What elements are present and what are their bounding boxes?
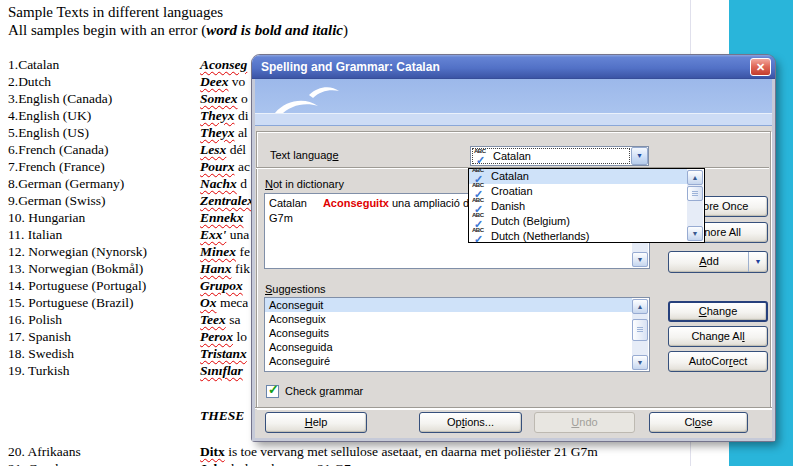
language-label: 4.English (UK) [8, 108, 91, 123]
error-word: Ditx [200, 444, 225, 459]
language-label: 11. Italian [8, 227, 62, 242]
sample-text: Teex sa [200, 312, 240, 328]
doc-heading-2-bold: word is bold and italic [206, 22, 343, 38]
close-icon: ✕ [756, 61, 765, 73]
sample-text: Hanx fik [200, 261, 250, 277]
scroll-down-icon[interactable]: ▼ [687, 226, 703, 241]
sample-text: Zentralex [200, 193, 254, 209]
language-label: 15. Portuguese (Brazil) [8, 295, 134, 310]
language-label: 10. Hungarian [8, 210, 85, 225]
autocorrect-button[interactable]: AutoCorrect [668, 351, 768, 372]
scroll-up-icon[interactable]: ▲ [687, 170, 703, 185]
error-word: Teex [200, 312, 226, 327]
error-word: Theyx [200, 125, 235, 140]
language-dropdown-list[interactable]: ABC✓CatalanABC✓CroatianABC✓DanishABC✓Dut… [468, 168, 705, 243]
language-option-label: Danish [491, 200, 525, 212]
change-all-button[interactable]: Change All [668, 326, 768, 347]
sample-text: Ditx is toe vervang met sellulose asetaa… [200, 444, 598, 460]
sample-rest: meca [217, 295, 249, 310]
sample-text: Grupox [200, 278, 243, 294]
options-button[interactable]: Options... [419, 412, 522, 433]
language-label: 7.French (France) [8, 159, 105, 174]
scroll-down-icon[interactable]: ▼ [632, 252, 648, 267]
language-label: 12. Norwegian (Nynorsk) [8, 244, 147, 259]
suggestion-item[interactable]: Aconseguirà [265, 368, 632, 372]
error-word: Sınıflar [200, 363, 243, 378]
language-option[interactable]: ABC✓Dutch (Belgium) [469, 214, 687, 229]
screen: Sample Texts in different languages All … [0, 0, 793, 466]
language-label: 1.Catalan [8, 57, 59, 72]
sample-text: Jakx bylo nahrazeno 21 G7m [200, 461, 361, 466]
sample-rest: fik [232, 261, 250, 276]
sample-text: Lesx dél [200, 142, 246, 158]
dropdown-scrollbar[interactable]: ▲ ▼ [687, 170, 703, 241]
suggestion-item[interactable]: Aconseguida [265, 340, 632, 354]
sample-rest: di [235, 108, 249, 123]
sentence-line2: G7m [269, 212, 293, 224]
combobox-value-area: ABC ✓ Catalan [472, 148, 630, 164]
sample-text: Minex fe [200, 244, 250, 260]
sample-rest: al [235, 125, 248, 140]
combobox-dropdown-button[interactable]: ▼ [631, 147, 648, 165]
sample-text: Sınıflar [200, 363, 243, 379]
suggestions-listbox[interactable]: AconseguitAconseguixAconseguitsAconsegui… [264, 297, 650, 372]
error-word: Lesx [200, 142, 226, 157]
dialog-titlebar[interactable]: Spelling and Grammar: Catalan ✕ [252, 55, 775, 79]
language-option[interactable]: ABC✓Croatian [469, 184, 687, 199]
sample-text: Ennekx [200, 210, 244, 226]
suggestion-item[interactable]: Aconseguit [265, 298, 632, 312]
language-option[interactable]: ABC✓Dutch (Netherlands) [469, 229, 687, 244]
sample-rest: ac [235, 159, 250, 174]
dialog-content: Text language ABC ✓ Catalan ▼ Not in dic… [255, 125, 772, 435]
language-label: 16. Polish [8, 312, 62, 327]
sample-rest: sa [226, 312, 241, 327]
combobox-value: Catalan [493, 150, 531, 162]
sample-text: Deex vo [200, 74, 245, 90]
error-word: Ennekx [200, 210, 244, 225]
add-button[interactable]: Add [669, 252, 749, 272]
sample-rest: bylo nahrazeno 21 G7m [228, 461, 361, 466]
close-button-bottom[interactable]: Close [649, 412, 748, 433]
add-split-button[interactable]: Add ▼ [668, 251, 768, 273]
these-line: THESE [200, 408, 244, 424]
text-language-combobox[interactable]: ABC ✓ Catalan ▼ [470, 146, 649, 166]
error-word: Hanx [200, 261, 232, 276]
sample-text: Perox lo [200, 329, 247, 345]
language-label: 21. Czech [8, 461, 62, 466]
error-word: Perox [200, 329, 233, 344]
suggestion-item[interactable]: Aconseguiré [265, 354, 632, 368]
suggestion-item[interactable]: Aconseguits [265, 326, 632, 340]
add-dropdown-arrow[interactable]: ▼ [748, 252, 767, 272]
scrollbar-thumb[interactable] [687, 186, 703, 201]
suggestions-label: Suggestions [265, 283, 326, 295]
scroll-up-icon[interactable]: ▲ [632, 299, 648, 314]
language-label: 5.English (US) [8, 125, 89, 140]
sample-text: Pourx ac [200, 159, 250, 175]
language-label: 13. Norwegian (Bokmål) [8, 261, 143, 276]
suggestions-scrollbar[interactable]: ▲ ▼ [632, 299, 648, 370]
spellcheck-language-icon: ABC ✓ [474, 150, 489, 163]
error-word: Zentralex [200, 193, 254, 208]
sample-text: Nachx d [200, 176, 247, 192]
sample-rest: is toe vervang met sellulose asetaat, en… [225, 444, 598, 459]
scrollbar-thumb[interactable] [632, 319, 648, 341]
language-options: ABC✓CatalanABC✓CroatianABC✓DanishABC✓Dut… [469, 169, 687, 244]
button-row-divider [255, 407, 772, 409]
check-grammar-checkbox[interactable]: ✓ [266, 385, 279, 398]
check-grammar-label[interactable]: Check grammar [285, 385, 363, 397]
change-button[interactable]: Change [668, 301, 768, 322]
error-word: Nachx [200, 176, 237, 191]
language-option[interactable]: ABC✓Danish [469, 199, 687, 214]
not-in-dictionary-label: Not in dictionary [265, 178, 344, 190]
sentence-suffix: una ampliació de [389, 197, 475, 209]
close-button[interactable]: ✕ [750, 58, 771, 76]
sample-text: Exx' una [200, 227, 249, 243]
suggestion-item[interactable]: Aconseguix [265, 312, 632, 326]
scroll-down-icon[interactable]: ▼ [632, 355, 648, 370]
dialog-body: Text language ABC ✓ Catalan ▼ Not in dic… [252, 79, 775, 441]
language-option-label: Catalan [491, 170, 529, 182]
sample-rest: o [238, 91, 248, 106]
help-button[interactable]: Help [265, 412, 367, 433]
error-word: Grupox [200, 278, 243, 293]
language-option[interactable]: ABC✓Catalan [469, 169, 687, 184]
